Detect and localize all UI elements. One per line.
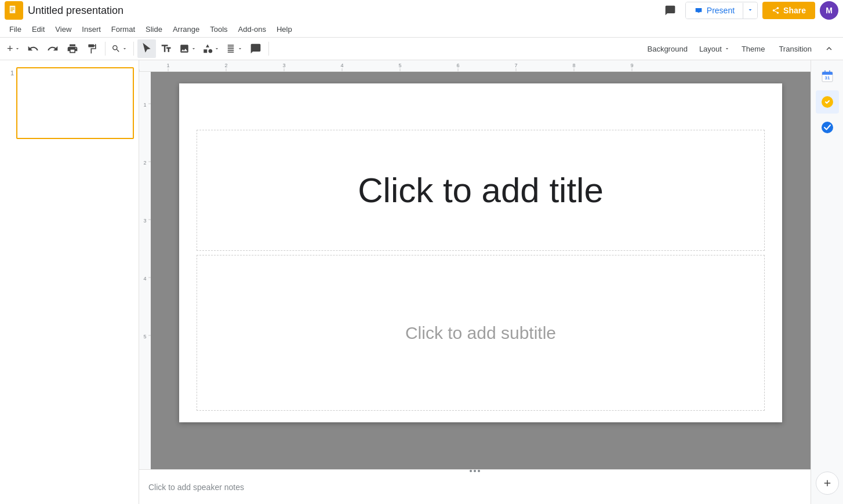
slide-thumb-inner bbox=[17, 68, 133, 138]
zoom-button[interactable] bbox=[109, 39, 130, 58]
line-button[interactable] bbox=[223, 39, 245, 58]
svg-text:2: 2 bbox=[224, 63, 227, 68]
shape-dropdown-icon bbox=[214, 46, 220, 52]
title-placeholder-text: Click to add title bbox=[358, 170, 604, 210]
menu-view[interactable]: View bbox=[50, 24, 76, 35]
speaker-notes: Click to add speaker notes bbox=[139, 469, 811, 504]
toolbar-sep-1 bbox=[105, 42, 106, 56]
present-btn-group: Present bbox=[685, 2, 758, 19]
sidebar-add-button[interactable] bbox=[816, 472, 839, 495]
notes-resize-handle[interactable] bbox=[457, 470, 492, 472]
present-button[interactable]: Present bbox=[686, 2, 743, 19]
menu-tools[interactable]: Tools bbox=[205, 24, 232, 35]
svg-text:2: 2 bbox=[143, 160, 146, 166]
svg-text:4: 4 bbox=[143, 276, 146, 282]
svg-text:31: 31 bbox=[824, 75, 830, 81]
add-icon bbox=[822, 478, 833, 488]
line-dropdown-icon bbox=[237, 46, 243, 52]
new-slide-dropdown-icon bbox=[14, 46, 20, 52]
menu-help[interactable]: Help bbox=[272, 24, 297, 35]
calendar-sidebar-button[interactable]: 31 bbox=[816, 65, 839, 88]
canvas-container: 1 2 3 4 5 6 7 8 9 bbox=[139, 60, 811, 504]
title-bar-right: Present Share M bbox=[660, 0, 838, 21]
slide-thumb-container[interactable]: 1 bbox=[2, 65, 136, 141]
canvas-area: Click to add title Click to add subtitle bbox=[151, 72, 811, 469]
svg-text:5: 5 bbox=[398, 63, 401, 68]
right-sidebar: 31 bbox=[811, 60, 843, 504]
image-button[interactable] bbox=[177, 39, 199, 58]
image-icon bbox=[179, 43, 190, 54]
menu-bar: File Edit View Insert Format Slide Arran… bbox=[0, 21, 843, 37]
layout-dropdown-icon bbox=[724, 46, 730, 52]
shape-button[interactable] bbox=[200, 39, 222, 58]
select-tool-button[interactable] bbox=[137, 39, 156, 58]
svg-rect-4 bbox=[10, 10, 13, 11]
comments-button[interactable] bbox=[660, 0, 681, 21]
ruler-canvas-area: 1 2 3 4 5 Click to add title bbox=[139, 72, 811, 469]
menu-format[interactable]: Format bbox=[107, 24, 140, 35]
title-bar: Untitled presentation Present Share M bbox=[0, 0, 843, 21]
svg-point-43 bbox=[822, 122, 833, 133]
svg-rect-2 bbox=[10, 8, 14, 8]
image-dropdown-icon bbox=[191, 46, 197, 52]
svg-text:9: 9 bbox=[630, 63, 633, 68]
keep-icon bbox=[820, 120, 834, 134]
svg-text:8: 8 bbox=[572, 63, 575, 68]
svg-text:1: 1 bbox=[166, 63, 169, 68]
menu-insert[interactable]: Insert bbox=[77, 24, 106, 35]
background-button[interactable]: Background bbox=[641, 42, 693, 56]
app-logo bbox=[5, 1, 23, 20]
menu-addons[interactable]: Add-ons bbox=[234, 24, 271, 35]
paint-format-button[interactable] bbox=[83, 39, 101, 58]
new-slide-button[interactable]: + bbox=[5, 39, 23, 58]
svg-rect-3 bbox=[10, 9, 14, 10]
svg-text:6: 6 bbox=[456, 63, 459, 68]
slide-thumbnail[interactable] bbox=[16, 67, 134, 139]
vertical-ruler-svg: 1 2 3 4 5 bbox=[139, 72, 151, 469]
slide-number: 1 bbox=[5, 70, 14, 76]
print-button[interactable] bbox=[63, 39, 82, 58]
redo-button[interactable] bbox=[43, 39, 62, 58]
layout-button[interactable]: Layout bbox=[696, 42, 733, 56]
comment-button[interactable] bbox=[246, 39, 265, 58]
ruler-svg: 1 2 3 4 5 6 7 8 9 bbox=[139, 60, 811, 72]
toolbar-sep-3 bbox=[268, 42, 269, 56]
slides-panel: 1 bbox=[0, 60, 139, 504]
transition-button[interactable]: Transition bbox=[773, 42, 817, 56]
resize-dot bbox=[478, 470, 480, 472]
keep-sidebar-button[interactable] bbox=[816, 116, 839, 139]
shape-icon bbox=[202, 43, 213, 54]
subtitle-placeholder[interactable]: Click to add subtitle bbox=[197, 255, 765, 411]
present-dropdown-button[interactable] bbox=[743, 3, 757, 19]
tasks-icon bbox=[820, 95, 834, 109]
theme-button[interactable]: Theme bbox=[736, 42, 771, 56]
share-button[interactable]: Share bbox=[762, 2, 815, 19]
title-placeholder[interactable]: Click to add title bbox=[197, 130, 765, 251]
svg-rect-5 bbox=[139, 60, 811, 72]
toolbar-sep-2 bbox=[133, 42, 134, 56]
presentation-title[interactable]: Untitled presentation bbox=[28, 5, 655, 17]
user-avatar[interactable]: M bbox=[820, 1, 838, 20]
main-area: 1 1 2 3 4 5 6 bbox=[0, 60, 843, 504]
menu-file[interactable]: File bbox=[5, 24, 26, 35]
undo-button[interactable] bbox=[24, 39, 42, 58]
toolbar: + bbox=[0, 37, 843, 60]
menu-arrange[interactable]: Arrange bbox=[168, 24, 204, 35]
menu-edit[interactable]: Edit bbox=[27, 24, 49, 35]
zoom-icon bbox=[111, 44, 121, 53]
svg-rect-38 bbox=[822, 74, 833, 75]
toolbar-right: Background Layout Theme Transition bbox=[641, 39, 838, 58]
subtitle-placeholder-text: Click to add subtitle bbox=[405, 323, 556, 343]
resize-dot bbox=[470, 470, 472, 472]
toolbar-collapse-button[interactable] bbox=[820, 39, 838, 58]
speaker-notes-text[interactable]: Click to add speaker notes bbox=[148, 483, 244, 492]
svg-text:1: 1 bbox=[143, 102, 146, 108]
resize-dot bbox=[474, 470, 476, 472]
zoom-dropdown-icon bbox=[122, 46, 128, 52]
textbox-button[interactable] bbox=[157, 39, 176, 58]
tasks-sidebar-button[interactable] bbox=[816, 90, 839, 114]
svg-rect-25 bbox=[139, 72, 151, 469]
menu-slide[interactable]: Slide bbox=[141, 24, 167, 35]
slide-canvas[interactable]: Click to add title Click to add subtitle bbox=[179, 83, 782, 422]
calendar-icon: 31 bbox=[820, 70, 834, 83]
